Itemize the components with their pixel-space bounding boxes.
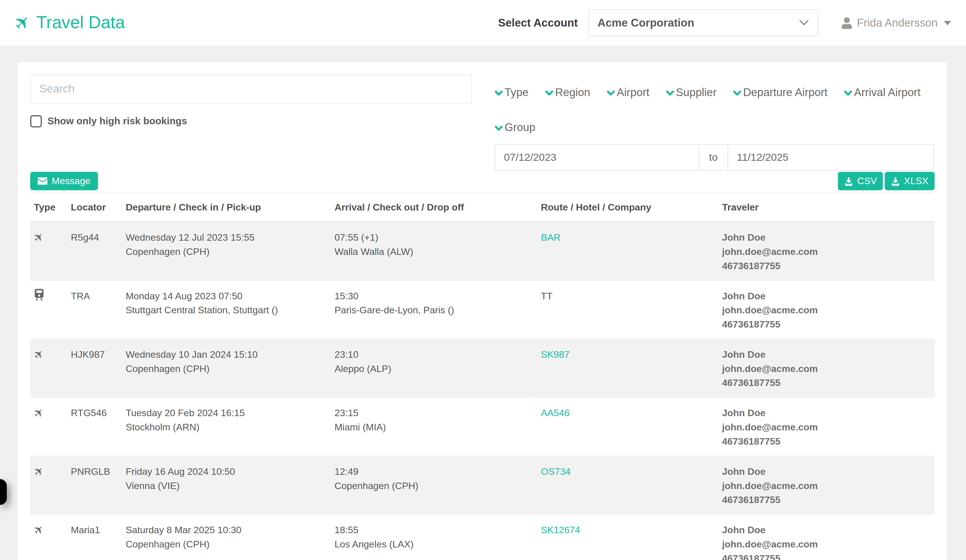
export-xlsx-button[interactable]: XLSX xyxy=(885,172,935,190)
departure-time: Wednesday 10 Jan 2024 15:10 xyxy=(126,347,326,362)
locator-cell: PNRGLB xyxy=(67,456,122,514)
plane-icon: ✈ xyxy=(31,347,46,362)
export-csv-button[interactable]: CSV xyxy=(838,172,883,190)
filter-airport[interactable]: Airport xyxy=(607,86,649,99)
high-risk-label: Show only high risk bookings xyxy=(47,116,187,127)
account-select[interactable]: Acme Corporation xyxy=(588,9,818,36)
locator: Maria1 xyxy=(71,524,100,535)
locator: RTG546 xyxy=(71,408,107,418)
traveler-email: john.doe@acme.com xyxy=(722,537,930,551)
locator-cell: RTG546 xyxy=(67,398,122,456)
departure-time: Tuesday 20 Feb 2024 16:15 xyxy=(126,406,326,420)
filter-arrival-airport[interactable]: Arrival Airport xyxy=(844,86,920,99)
chevron-down-icon xyxy=(495,126,503,131)
arrival-time: 18:55 xyxy=(335,523,532,537)
departure-cell: Saturday 8 Mar 2025 10:30Copenhagen (CPH… xyxy=(122,514,331,560)
side-overlay-tab[interactable] xyxy=(0,479,7,505)
traveler-email: john.doe@acme.com xyxy=(722,361,930,376)
filter-label: Airport xyxy=(617,86,649,99)
type-cell: ✈ xyxy=(30,339,67,397)
route-cell: AA546 xyxy=(537,398,718,456)
bookings-table: TypeLocatorDeparture / Check in / Pick-u… xyxy=(30,193,935,560)
arrival-time: 23:15 xyxy=(335,406,532,420)
chevron-down-icon xyxy=(666,90,674,96)
locator-cell: HJK987 xyxy=(67,339,122,397)
table-row: ✈RTG546Tuesday 20 Feb 2024 16:15Stockhol… xyxy=(30,398,935,456)
traveler-email: john.doe@acme.com xyxy=(722,244,930,259)
traveler-email: john.doe@acme.com xyxy=(722,420,930,434)
type-cell: ✈ xyxy=(30,514,67,560)
filter-supplier[interactable]: Supplier xyxy=(666,86,716,99)
plane-icon: ✈ xyxy=(31,464,46,479)
user-menu[interactable]: Frida Andersson xyxy=(841,16,951,29)
date-to-input[interactable] xyxy=(728,144,934,171)
locator-cell: R5g44 xyxy=(67,221,122,280)
date-from-input[interactable] xyxy=(495,144,699,171)
traveler-phone: 46736187755 xyxy=(722,259,930,273)
locator: PNRGLB xyxy=(71,466,110,476)
chevron-down-icon xyxy=(844,90,852,96)
column-header: Arrival / Check out / Drop off xyxy=(331,193,537,222)
locator: TRA xyxy=(71,291,90,301)
traveler-cell: John Doejohn.doe@acme.com46736187755 xyxy=(718,456,934,514)
date-range-separator: to xyxy=(699,144,728,171)
traveler-cell: John Doejohn.doe@acme.com46736187755 xyxy=(718,514,934,560)
arrival-time: 12:49 xyxy=(335,464,532,478)
plane-icon: ✈ xyxy=(31,405,46,421)
message-button-label: Message xyxy=(52,175,90,187)
type-cell: ✈ xyxy=(30,398,67,456)
route-text: TT xyxy=(541,291,552,301)
arrival-place: Walla Walla (ALW) xyxy=(335,244,532,259)
traveler-name: John Doe xyxy=(722,347,930,362)
route-link[interactable]: OS734 xyxy=(541,466,571,476)
departure-place: Copenhagen (CPH) xyxy=(126,537,326,551)
traveler-email: john.doe@acme.com xyxy=(722,303,930,317)
departure-place: Copenhagen (CPH) xyxy=(126,361,326,376)
traveler-cell: John Doejohn.doe@acme.com46736187755 xyxy=(718,221,934,280)
route-cell: OS734 xyxy=(537,456,718,514)
arrival-place: Paris-Gare-de-Lyon, Paris () xyxy=(335,303,532,317)
account-selected-value: Acme Corporation xyxy=(598,16,694,29)
route-link[interactable]: AA546 xyxy=(541,408,570,418)
route-link[interactable]: SK12674 xyxy=(541,524,580,535)
filter-bar: TypeRegionAirportSupplierDeparture Airpo… xyxy=(495,86,934,134)
filter-label: Arrival Airport xyxy=(854,86,921,99)
filter-departure-airport[interactable]: Departure Airport xyxy=(733,86,828,99)
high-risk-filter[interactable]: Show only high risk bookings xyxy=(30,115,472,128)
traveler-phone: 46736187755 xyxy=(722,493,930,507)
departure-time: Saturday 8 Mar 2025 10:30 xyxy=(126,523,326,537)
export-xlsx-label: XLSX xyxy=(904,175,928,187)
route-link[interactable]: SK987 xyxy=(541,349,570,359)
route-cell: BAR xyxy=(537,221,718,280)
route-link[interactable]: BAR xyxy=(541,232,560,242)
brand[interactable]: ✈ Travel Data xyxy=(15,13,125,33)
caret-down-icon xyxy=(944,21,951,25)
traveler-cell: John Doejohn.doe@acme.com46736187755 xyxy=(718,339,934,397)
arrival-cell: 23:15Miami (MIA) xyxy=(331,398,537,456)
chevron-down-icon xyxy=(799,20,809,26)
departure-cell: Wednesday 10 Jan 2024 15:10Copenhagen (C… xyxy=(122,339,331,397)
filter-label: Departure Airport xyxy=(743,86,828,99)
filter-label: Group xyxy=(504,121,536,134)
filter-group[interactable]: Group xyxy=(495,121,535,134)
message-button[interactable]: Message xyxy=(30,172,98,190)
table-row: ✈PNRGLBFriday 16 Aug 2024 10:50Vienna (V… xyxy=(30,456,935,514)
table-row: TRAMonday 14 Aug 2023 07:50Stuttgart Cen… xyxy=(30,280,935,339)
plane-icon: ✈ xyxy=(31,230,46,245)
departure-time: Monday 14 Aug 2023 07:50 xyxy=(126,289,326,303)
content-card: Show only high risk bookings TypeRegionA… xyxy=(18,62,947,560)
plane-logo-icon: ✈ xyxy=(11,11,34,35)
traveler-phone: 46736187755 xyxy=(722,551,930,560)
search-input[interactable] xyxy=(30,75,472,103)
filter-type[interactable]: Type xyxy=(495,86,528,99)
envelope-icon xyxy=(38,177,48,185)
filter-region[interactable]: Region xyxy=(545,86,590,99)
departure-time: Friday 16 Aug 2024 10:50 xyxy=(126,464,326,478)
date-range: to xyxy=(495,144,934,171)
arrival-place: Copenhagen (CPH) xyxy=(335,478,532,493)
traveler-name: John Doe xyxy=(722,523,930,537)
departure-place: Copenhagen (CPH) xyxy=(126,244,326,259)
table-body: ✈R5g44Wednesday 12 Jul 2023 15:55Copenha… xyxy=(30,221,935,560)
high-risk-checkbox[interactable] xyxy=(30,115,42,128)
table-header-row: TypeLocatorDeparture / Check in / Pick-u… xyxy=(30,193,935,222)
